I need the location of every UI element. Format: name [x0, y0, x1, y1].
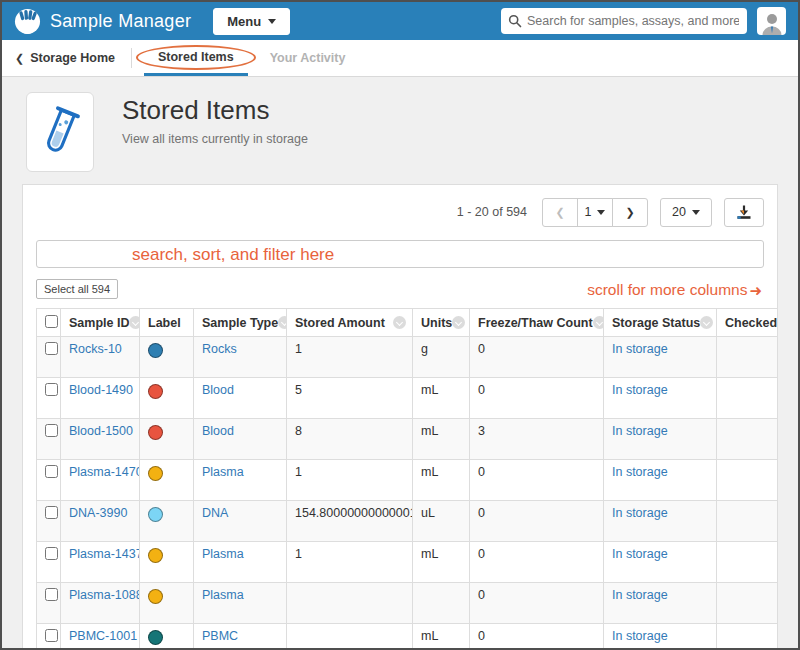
table-row: Plasma-1088 Plasma 0 In storage — [37, 583, 778, 624]
page-title: Stored Items — [122, 95, 308, 126]
sample-type-link[interactable]: Blood — [202, 424, 234, 438]
tab-your-activity[interactable]: Your Activity — [256, 40, 360, 76]
sample-type-link[interactable]: Plasma — [202, 465, 244, 479]
search-input[interactable] — [501, 8, 747, 34]
checked-out-cell — [717, 378, 778, 419]
export-button[interactable] — [724, 198, 764, 227]
freeze-thaw-cell: 0 — [470, 542, 604, 583]
sample-type-link[interactable]: Plasma — [202, 547, 244, 561]
top-header: Sample Manager Menu — [2, 2, 798, 40]
column-menu-icon[interactable] — [129, 316, 139, 329]
pagination-range: 1 - 20 of 594 — [457, 205, 527, 219]
column-menu-icon[interactable] — [593, 316, 604, 329]
checked-out-cell — [717, 337, 778, 378]
tab-stored-items[interactable]: Stored Items — [144, 40, 248, 76]
storage-status-link[interactable]: In storage — [612, 342, 668, 356]
nav-storage-home[interactable]: ❮ Storage Home — [11, 40, 119, 76]
page-size-dropdown[interactable]: 20 — [660, 198, 712, 227]
pagination-bar: 1 - 20 of 594 ❮ 1 ❯ 20 — [36, 197, 764, 227]
freeze-thaw-cell: 0 — [470, 378, 604, 419]
units-cell: mL — [413, 378, 470, 419]
storage-status-link[interactable]: In storage — [612, 383, 668, 397]
storage-status-link[interactable]: In storage — [612, 547, 668, 561]
row-checkbox[interactable] — [45, 629, 58, 642]
column-menu-icon[interactable] — [452, 316, 465, 329]
color-label-dot — [148, 466, 163, 481]
arrow-right-icon: ➜ — [749, 283, 762, 298]
stored-amount-cell — [287, 583, 413, 624]
sample-id-link[interactable]: Plasma-1470 — [69, 465, 140, 479]
storage-status-link[interactable]: In storage — [612, 424, 668, 438]
freeze-thaw-cell: 0 — [470, 337, 604, 378]
row-checkbox[interactable] — [45, 342, 58, 355]
chevron-down-icon — [597, 210, 605, 215]
sample-id-link[interactable]: Blood-1490 — [69, 383, 133, 397]
checked-out-cell — [717, 460, 778, 501]
grid-scroll-area[interactable]: Sample ID Label Sample Type Stored Amoun… — [36, 308, 777, 650]
sample-type-link[interactable]: Rocks — [202, 342, 237, 356]
menu-button[interactable]: Menu — [213, 8, 290, 35]
page-number-dropdown[interactable]: 1 — [577, 198, 613, 227]
row-checkbox[interactable] — [45, 424, 58, 437]
user-avatar[interactable] — [757, 7, 786, 35]
row-checkbox[interactable] — [45, 506, 58, 519]
sample-id-link[interactable]: Rocks-10 — [69, 342, 122, 356]
labkey-logo-icon — [14, 8, 41, 35]
sample-id-link[interactable]: Blood-1500 — [69, 424, 133, 438]
prev-page-button[interactable]: ❮ — [542, 198, 578, 227]
select-all-checkbox[interactable] — [45, 315, 58, 328]
stored-amount-cell: 5 — [287, 378, 413, 419]
column-label: Units — [421, 316, 452, 330]
freeze-thaw-cell: 0 — [470, 460, 604, 501]
test-tube-icon — [34, 101, 86, 163]
sample-id-link[interactable]: DNA-3990 — [69, 506, 127, 520]
column-header-stored-amount: Stored Amount — [287, 309, 413, 337]
row-checkbox[interactable] — [45, 383, 58, 396]
freeze-thaw-cell: 0 — [470, 583, 604, 624]
sample-id-link[interactable]: Plasma-1088 — [69, 588, 140, 602]
color-label-dot — [148, 589, 163, 604]
scroll-annotation-text: scroll for more columns — [587, 281, 747, 299]
stored-amount-cell: 1 — [287, 337, 413, 378]
column-menu-icon[interactable] — [393, 316, 406, 329]
color-label-dot — [148, 548, 163, 563]
table-row: Blood-1500 Blood 8 mL 3 In storage — [37, 419, 778, 460]
row-checkbox[interactable] — [45, 465, 58, 478]
tab-your-activity-label: Your Activity — [270, 51, 346, 65]
select-all-checkbox-cell — [37, 309, 61, 337]
storage-status-link[interactable]: In storage — [612, 629, 668, 643]
sample-type-link[interactable]: PBMC — [202, 629, 238, 643]
sample-id-link[interactable]: PBMC-1001 — [69, 629, 137, 643]
select-all-button[interactable]: Select all 594 — [36, 279, 118, 299]
column-header-freeze-thaw-count: Freeze/Thaw Count — [470, 309, 604, 337]
storage-status-link[interactable]: In storage — [612, 588, 668, 602]
pagination-button-group: ❮ 1 ❯ — [542, 198, 648, 227]
header-row: Sample ID Label Sample Type Stored Amoun… — [37, 309, 778, 337]
row-checkbox[interactable] — [45, 588, 58, 601]
table-row: Blood-1490 Blood 5 mL 0 In storage — [37, 378, 778, 419]
sample-type-link[interactable]: Blood — [202, 383, 234, 397]
filter-input[interactable]: search, sort, and filter here — [36, 240, 764, 268]
row-checkbox[interactable] — [45, 547, 58, 560]
next-page-button[interactable]: ❯ — [612, 198, 648, 227]
table-row: Plasma-1437 Plasma 1 mL 0 In storage — [37, 542, 778, 583]
column-menu-icon[interactable] — [700, 316, 713, 329]
sample-id-link[interactable]: Plasma-1437 — [69, 547, 140, 561]
storage-status-link[interactable]: In storage — [612, 506, 668, 520]
divider — [131, 48, 132, 68]
stored-amount-cell: 1 — [287, 460, 413, 501]
column-header-sample-id: Sample ID — [61, 309, 140, 337]
sample-type-link[interactable]: Plasma — [202, 588, 244, 602]
column-menu-icon[interactable] — [278, 316, 286, 329]
units-cell: mL — [413, 460, 470, 501]
stored-amount-cell: 8 — [287, 419, 413, 460]
page-size-value: 20 — [672, 205, 686, 219]
app-title: Sample Manager — [50, 11, 191, 32]
column-header-checked-out: Checked Out — [717, 309, 778, 337]
sample-type-link[interactable]: DNA — [202, 506, 228, 520]
tab-stored-items-label: Stored Items — [158, 50, 234, 64]
column-header-sample-type: Sample Type — [194, 309, 287, 337]
units-cell: uL — [413, 501, 470, 542]
selection-row: Select all 594 scroll for more columns ➜ — [36, 279, 764, 299]
storage-status-link[interactable]: In storage — [612, 465, 668, 479]
